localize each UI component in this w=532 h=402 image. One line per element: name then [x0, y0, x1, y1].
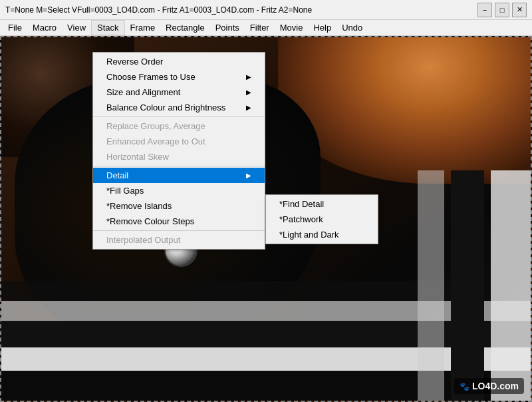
detail-arrow: ▶	[246, 172, 251, 179]
menu-divider-2	[93, 166, 265, 166]
submenu-light-and-dark[interactable]: *Light and Dark	[266, 227, 378, 242]
size-alignment-arrow: ▶	[246, 89, 251, 96]
menu-bar: File Macro View Stack Frame Rectangle Po…	[0, 20, 532, 36]
title-bar-controls: − □ ✕	[477, 3, 527, 17]
menu-enhanced-average[interactable]: Enhanced Average to Out	[93, 134, 265, 149]
menu-balance-colour[interactable]: Balance Colour and Brightness ▶	[93, 100, 265, 115]
restore-button[interactable]: □	[495, 3, 509, 17]
menu-remove-islands[interactable]: *Remove Islands	[93, 198, 265, 214]
title-bar-text: T=None M=Select VFull=0003_LO4D.com - Fr…	[5, 5, 477, 15]
menu-item-view[interactable]: View	[62, 20, 91, 35]
minimize-button[interactable]: −	[477, 3, 492, 17]
submenu-find-detail[interactable]: *Find Detail	[266, 196, 378, 212]
menu-divider-3	[93, 230, 265, 231]
right-stripes	[398, 170, 531, 401]
menu-item-macro[interactable]: Macro	[27, 20, 62, 35]
balance-colour-arrow: ▶	[246, 104, 251, 111]
menu-item-frame[interactable]: Frame	[125, 20, 161, 35]
choose-frames-arrow: ▶	[246, 73, 251, 81]
logo-area: 🐾 LO4D.com	[454, 378, 524, 394]
menu-size-alignment[interactable]: Size and Alignment ▶	[93, 85, 265, 100]
menu-item-stack[interactable]: Stack	[91, 20, 125, 35]
detail-submenu: *Find Detail *Patchwork *Light and Dark	[265, 194, 378, 244]
submenu-patchwork[interactable]: *Patchwork	[266, 212, 378, 227]
stack-menu: Reverse Order Choose Frames to Use ▶ Siz…	[92, 52, 265, 250]
menu-reverse-order[interactable]: Reverse Order	[93, 54, 265, 69]
menu-item-filter[interactable]: Filter	[245, 20, 275, 35]
menu-remove-colour-steps[interactable]: *Remove Colour Steps	[93, 214, 265, 229]
menu-item-file[interactable]: File	[3, 20, 27, 35]
main-content: 🐾 LO4D.com Reverse Order Choose Frames t…	[0, 36, 532, 402]
menu-divider-1	[93, 116, 265, 117]
close-button[interactable]: ✕	[512, 3, 527, 17]
menu-choose-frames[interactable]: Choose Frames to Use ▶	[93, 69, 265, 85]
menu-interpolated-output[interactable]: Interpolated Output	[93, 232, 265, 248]
menu-item-points[interactable]: Points	[210, 20, 245, 35]
menu-horizontal-skew[interactable]: Horizontal Skew	[93, 149, 265, 164]
menu-item-undo[interactable]: Undo	[336, 20, 368, 35]
menu-item-rectangle[interactable]: Rectangle	[160, 20, 210, 35]
menu-detail[interactable]: Detail ▶	[93, 168, 265, 183]
menu-fill-gaps[interactable]: *Fill Gaps	[93, 183, 265, 198]
menu-replace-groups[interactable]: Replace Groups, Average	[93, 118, 265, 134]
menu-item-help[interactable]: Help	[308, 20, 336, 35]
logo-paw-icon: 🐾	[460, 382, 469, 391]
menu-item-movie[interactable]: Movie	[275, 20, 309, 35]
logo-text: LO4D.com	[472, 381, 519, 391]
title-bar: T=None M=Select VFull=0003_LO4D.com - Fr…	[0, 0, 532, 20]
